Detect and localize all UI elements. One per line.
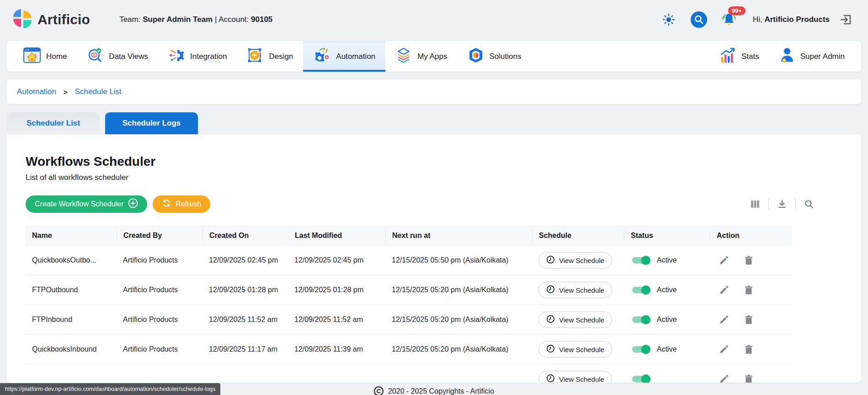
clock-icon (546, 315, 555, 325)
super-admin-icon (779, 47, 795, 66)
header-actions: 99+ Hi, Artificio Products (660, 11, 855, 29)
cell-created-on: 12/09/2025 11:17 am (202, 345, 288, 353)
nav-label: Data Views (109, 52, 148, 61)
column-header: Status (624, 229, 710, 242)
cell-status (624, 374, 710, 383)
edit-icon[interactable] (718, 343, 730, 355)
nav-item-integration[interactable]: Integration (158, 41, 237, 72)
column-header: Name (26, 229, 117, 242)
delete-icon[interactable] (743, 254, 755, 266)
table-row: QuickbooksOutbo... Artificio Products 12… (26, 246, 792, 275)
cell-action (710, 314, 792, 326)
logout-icon[interactable] (837, 11, 855, 29)
table-search-icon[interactable] (801, 196, 817, 212)
cell-status: Active (624, 255, 710, 266)
top-header: Artificio Team: Super Admin Team | Accou… (0, 0, 868, 39)
nav-right: Stats Super Admin (709, 41, 855, 72)
status-label: Active (657, 256, 677, 264)
breadcrumb: Automation > Schedule List (7, 79, 861, 104)
notifications-bell-icon[interactable]: 99+ (720, 11, 738, 29)
status-toggle[interactable] (630, 284, 651, 295)
table-header-row: Name Created By Created On Last Modified… (26, 226, 792, 246)
nav-label: Solutions (490, 52, 522, 61)
create-workflow-scheduler-button[interactable]: Create Workflow Scheduler (26, 195, 147, 213)
status-label: Active (657, 345, 677, 353)
nav-label: Super Admin (800, 52, 845, 61)
cell-status: Active (624, 344, 710, 355)
nav-item-stats[interactable]: Stats (709, 41, 769, 72)
clock-icon (546, 374, 555, 383)
view-schedule-button[interactable]: View Schedule (538, 252, 612, 269)
edit-icon[interactable] (718, 284, 730, 296)
page-title: Workflows Scheduler (26, 154, 842, 169)
status-toggle[interactable] (630, 344, 651, 355)
cell-schedule: View Schedule (532, 311, 624, 328)
cell-last-modified: 12/09/2025 02:45 pm (288, 256, 385, 264)
view-schedule-button[interactable]: View Schedule (538, 282, 612, 298)
cell-status: Active (624, 314, 710, 325)
status-label: Active (657, 316, 677, 324)
cell-name: QuickbooksOutbo... (26, 256, 117, 264)
column-header: Last Modified (288, 229, 385, 242)
view-schedule-button[interactable]: View Schedule (538, 341, 612, 358)
cell-created-on: 12/09/2025 11:52 am (202, 316, 288, 324)
download-icon[interactable] (774, 196, 790, 212)
breadcrumb-schedule-list[interactable]: Schedule List (75, 87, 122, 96)
table-row: QuickbooksInbound Artificio Products 12/… (26, 335, 792, 364)
copyright-text: 2020 - 2025 Copyrights - Artificio (388, 387, 494, 395)
refresh-button[interactable]: Refresh (153, 195, 210, 213)
nav-item-design[interactable]: Design (237, 41, 303, 72)
table-row: FTPInbound Artificio Products 12/09/2025… (26, 305, 792, 335)
nav-item-data-views[interactable]: Data Views (77, 41, 158, 72)
main-nav: Home Data Views (7, 41, 861, 72)
nav-label: Home (46, 52, 67, 61)
my-apps-icon (395, 47, 412, 66)
edit-icon[interactable] (718, 254, 730, 266)
status-toggle[interactable] (630, 255, 651, 266)
status-bar-url: https://platform-dev.np-artificio.com/da… (0, 383, 220, 395)
tab-scheduler-list[interactable]: Scheduler List (7, 112, 100, 134)
page: Artificio Team: Super Admin Team | Accou… (0, 0, 868, 395)
page-subtitle: List of all workflows scheduler (26, 173, 842, 182)
nav-item-solutions[interactable]: Solutions (458, 41, 532, 72)
artificio-logo-icon (13, 9, 32, 31)
search-icon[interactable] (690, 11, 708, 29)
cell-action (710, 343, 792, 355)
cell-next-run: 12/15/2025 05:20 pm (Asia/Kolkata) (385, 316, 532, 324)
delete-icon[interactable] (743, 343, 755, 355)
nav-item-super-admin[interactable]: Super Admin (769, 41, 855, 72)
tabs: Scheduler List Scheduler Logs (7, 112, 861, 134)
columns-icon[interactable] (747, 196, 763, 212)
delete-icon[interactable] (743, 373, 755, 383)
status-toggle[interactable] (630, 374, 651, 383)
breadcrumb-automation[interactable]: Automation (17, 87, 56, 96)
clock-icon (546, 344, 555, 354)
tab-scheduler-logs[interactable]: Scheduler Logs (105, 112, 198, 134)
nav-item-home[interactable]: Home (13, 41, 77, 72)
account-number: 90105 (251, 15, 272, 24)
edit-icon[interactable] (718, 314, 730, 326)
delete-icon[interactable] (743, 314, 755, 326)
nav-item-automation[interactable]: Automation (303, 41, 385, 72)
theme-sun-icon[interactable] (660, 11, 678, 29)
delete-icon[interactable] (743, 284, 755, 296)
nav-item-my-apps[interactable]: My Apps (385, 41, 457, 72)
copyright-icon: C (374, 386, 383, 395)
cell-action (710, 373, 792, 383)
cell-action (710, 254, 792, 266)
cell-last-modified: 12/09/2025 11:39 am (288, 345, 385, 353)
view-schedule-button[interactable]: View Schedule (538, 371, 612, 383)
cell-action (710, 284, 792, 296)
status-toggle[interactable] (630, 314, 651, 325)
view-schedule-button[interactable]: View Schedule (538, 311, 612, 328)
table-row: FTPOutbound Artificio Products 12/09/202… (26, 275, 792, 305)
edit-icon[interactable] (718, 373, 730, 383)
toolbar: Create Workflow Scheduler Refresh (26, 195, 842, 213)
nav-label: Automation (336, 52, 375, 61)
notification-badge: 99+ (728, 6, 746, 15)
app-logo[interactable]: Artificio (13, 9, 90, 31)
cell-created-by: Artificio Products (117, 286, 202, 294)
cell-created-on: 12/09/2025 01:28 pm (202, 286, 288, 294)
nav-label: Integration (190, 52, 227, 61)
data-views-icon (87, 47, 103, 66)
